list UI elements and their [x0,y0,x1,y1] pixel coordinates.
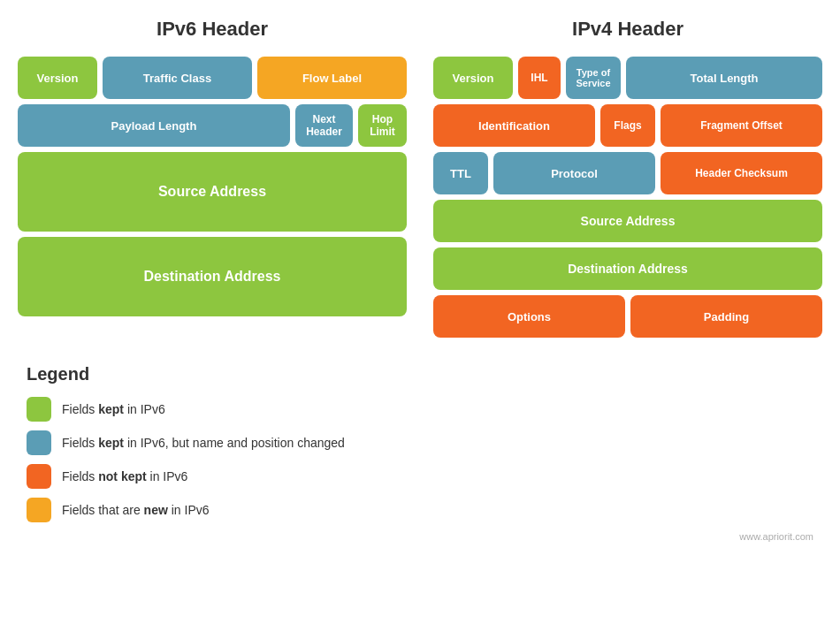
ipv4-identification: Identification [433,104,595,147]
ipv4-row6: Options Padding [433,295,822,338]
legend-item-changed: Fields kept in IPv6, but name and positi… [27,430,822,455]
watermark: www.apriorit.com [18,531,822,542]
ipv4-row5: Destination Address [433,247,822,290]
legend-text-kept: Fields kept in IPv6 [62,402,165,416]
main-container: IPv6 Header Version Traffic Class Flow L… [18,18,822,338]
legend-text-not-kept: Fields not kept in IPv6 [62,469,187,483]
legend-item-kept: Fields kept in IPv6 [27,397,822,422]
ipv6-dest-address: Destination Address [18,237,407,316]
legend-box-orange-red [27,464,51,489]
legend-text-new: Fields that are new in IPv6 [62,503,210,517]
ipv4-version: Version [433,57,513,99]
legend-box-blue [27,430,51,455]
ipv6-next-header: Next Header [295,104,353,147]
ipv6-title: IPv6 Header [18,18,407,41]
ipv4-row3: TTL Protocol Header Checksum [433,152,822,194]
ipv4-row1: Version IHL Type of Service Total Length [433,57,822,99]
ipv4-ttl: TTL [433,152,488,194]
ipv6-source-address: Source Address [18,152,407,232]
ipv6-traffic-class: Traffic Class [103,57,252,99]
legend-section: Legend Fields kept in IPv6 Fields kept i… [18,364,822,522]
ipv4-row4: Source Address [433,200,822,242]
legend-box-green [27,397,51,422]
ipv6-grid: Version Traffic Class Flow Label Payload… [18,57,407,316]
ipv6-version: Version [18,57,97,99]
ipv4-protocol: Protocol [493,152,655,194]
ipv6-row4: Destination Address [18,237,407,316]
ipv4-row2: Identification Flags Fragment Offset [433,104,822,147]
ipv4-tos: Type of Service [566,57,621,99]
legend-title: Legend [27,364,822,384]
ipv6-hop-limit: Hop Limit [358,104,407,147]
ipv6-payload-length: Payload Length [18,104,290,147]
legend-box-yellow [27,498,51,522]
ipv4-fragment-offset: Fragment Offset [661,104,822,147]
ipv4-grid: Version IHL Type of Service Total Length… [433,57,822,338]
ipv4-padding: Padding [630,295,822,338]
legend-item-not-kept: Fields not kept in IPv6 [27,464,822,489]
ipv4-section: IPv4 Header Version IHL Type of Service … [433,18,822,338]
ipv4-options: Options [433,295,625,338]
ipv4-flags: Flags [600,104,655,147]
legend-text-changed: Fields kept in IPv6, but name and positi… [62,436,345,450]
ipv4-dest-address: Destination Address [433,247,822,290]
ipv6-row3: Source Address [18,152,407,232]
ipv6-flow-label: Flow Label [257,57,407,99]
ipv6-row2: Payload Length Next Header Hop Limit [18,104,407,147]
ipv4-title: IPv4 Header [433,18,822,41]
ipv4-ihl: IHL [518,57,561,99]
ipv4-header-checksum: Header Checksum [661,152,822,194]
ipv6-section: IPv6 Header Version Traffic Class Flow L… [18,18,407,338]
ipv6-row1: Version Traffic Class Flow Label [18,57,407,99]
ipv4-source-address: Source Address [433,200,822,242]
legend-item-new: Fields that are new in IPv6 [27,498,822,522]
ipv4-total-length: Total Length [626,57,822,99]
